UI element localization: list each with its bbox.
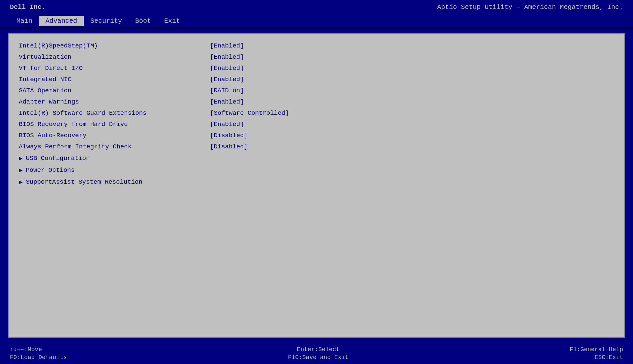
submenu-row[interactable]: ▶Power Options [19, 164, 614, 176]
bottom-hint: Enter:Select [288, 346, 349, 353]
menu-bar: MainAdvancedSecurityBootExit [0, 14, 633, 28]
setting-name: Adapter Warnings [19, 98, 210, 106]
utility-title: Aptio Setup Utility – American Megatrend… [437, 3, 623, 11]
bottom-hint: ESC:Exit [570, 354, 623, 361]
setting-value: [Enabled] [210, 65, 244, 72]
setting-name: Intel(R) Software Guard Extensions [19, 109, 210, 117]
setting-name: Intel(R)SpeedStep(TM) [19, 42, 210, 49]
setting-row[interactable]: Adapter Warnings[Enabled] [19, 96, 614, 107]
setting-name: BIOS Auto-Recovery [19, 132, 210, 139]
submenu-label: USB Configuration [26, 155, 90, 162]
setting-value: [Enabled] [210, 121, 244, 128]
brand-label: Dell Inc. [10, 3, 45, 11]
bottom-hint: F9:Load Defaults [10, 354, 67, 361]
setting-value: [Software Controlled] [210, 109, 289, 117]
setting-row[interactable]: Integrated NIC[Enabled] [19, 74, 614, 85]
setting-value: [Enabled] [210, 42, 244, 49]
setting-name: Virtualization [19, 53, 210, 61]
setting-value: [Enabled] [210, 53, 244, 61]
setting-row[interactable]: BIOS Auto-Recovery[Disabled] [19, 130, 614, 141]
setting-name: BIOS Recovery from Hard Drive [19, 121, 210, 128]
setting-name: VT for Direct I/O [19, 65, 210, 72]
submenu-arrow-icon: ▶ [19, 178, 22, 186]
setting-row[interactable]: VT for Direct I/O[Enabled] [19, 63, 614, 74]
bottom-center-hints: Enter:SelectF10:Save and Exit [288, 346, 349, 361]
submenu-arrow-icon: ▶ [19, 166, 22, 174]
bottom-right-hints: F1:General HelpESC:Exit [570, 346, 623, 361]
top-bar: Dell Inc. Aptio Setup Utility – American… [0, 0, 633, 14]
setting-name: Always Perform Integrity Check [19, 143, 210, 150]
content-area: Intel(R)SpeedStep(TM)[Enabled]Virtualiza… [8, 33, 625, 338]
menu-item-security[interactable]: Security [84, 16, 129, 26]
submenu-label: SupportAssist System Resolution [26, 178, 142, 186]
bottom-hint: ↑↓→←:Move [10, 346, 67, 353]
submenu-arrow-icon: ▶ [19, 154, 22, 162]
bottom-hint: F1:General Help [570, 346, 623, 353]
bottom-hint: F10:Save and Exit [288, 354, 349, 361]
setting-value: [Enabled] [210, 76, 244, 83]
setting-row[interactable]: Always Perform Integrity Check[Disabled] [19, 141, 614, 152]
submenu-row[interactable]: ▶USB Configuration [19, 152, 614, 164]
menu-item-advanced[interactable]: Advanced [39, 16, 84, 26]
setting-value: [Disabled] [210, 143, 248, 150]
menu-item-main[interactable]: Main [10, 16, 39, 26]
bottom-left-hints: ↑↓→←:MoveF9:Load Defaults [10, 346, 67, 361]
setting-name: SATA Operation [19, 87, 210, 94]
setting-row[interactable]: SATA Operation[RAID on] [19, 85, 614, 96]
setting-row[interactable]: Virtualization[Enabled] [19, 51, 614, 63]
setting-value: [RAID on] [210, 87, 244, 94]
submenu-label: Power Options [26, 167, 75, 174]
bottom-bar: ↑↓→←:MoveF9:Load Defaults Enter:SelectF1… [0, 343, 633, 364]
setting-value: [Disabled] [210, 132, 248, 139]
setting-value: [Enabled] [210, 98, 244, 106]
submenu-row[interactable]: ▶SupportAssist System Resolution [19, 176, 614, 188]
setting-row[interactable]: Intel(R)SpeedStep(TM)[Enabled] [19, 40, 614, 51]
setting-name: Integrated NIC [19, 76, 210, 83]
setting-row[interactable]: BIOS Recovery from Hard Drive[Enabled] [19, 119, 614, 130]
setting-row[interactable]: Intel(R) Software Guard Extensions[Softw… [19, 107, 614, 119]
menu-item-boot[interactable]: Boot [129, 16, 158, 26]
menu-item-exit[interactable]: Exit [158, 16, 187, 26]
